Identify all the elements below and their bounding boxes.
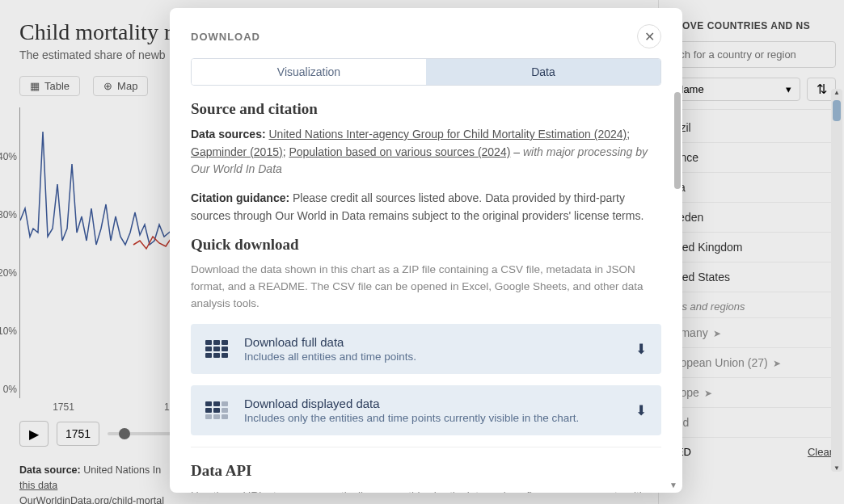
quick-download-desc: Download the data shown in this chart as…: [191, 262, 661, 313]
source-link[interactable]: Gapminder (2015): [191, 145, 283, 158]
close-icon: ✕: [644, 29, 655, 44]
data-api-heading: Data API: [191, 462, 661, 480]
download-icon: ⬇: [635, 341, 647, 358]
download-displayed-button[interactable]: Download displayed data Includes only th…: [191, 385, 661, 435]
modal-scrollbar[interactable]: [674, 86, 681, 493]
data-api-desc: Use these URLs to programmatically acces…: [191, 488, 661, 493]
citation-guidance: Citation guidance: Please credit all sou…: [191, 190, 661, 225]
close-button[interactable]: ✕: [637, 24, 661, 48]
download-modal: DOWNLOAD ✕ Visualization Data Source and…: [170, 8, 682, 493]
source-heading: Source and citation: [191, 100, 661, 118]
data-sources: Data sources: United Nations Inter-agenc…: [191, 126, 661, 178]
scroll-down-icon: ▼: [669, 481, 677, 489]
source-link[interactable]: Population based on various sources (202…: [289, 145, 510, 158]
grid-icon: [205, 340, 231, 358]
download-full-button[interactable]: Download full data Includes all entities…: [191, 324, 661, 374]
source-link[interactable]: United Nations Inter-agency Group for Ch…: [268, 128, 627, 141]
quick-download-heading: Quick download: [191, 236, 661, 254]
modal-title: DOWNLOAD: [191, 31, 260, 43]
tab-visualization[interactable]: Visualization: [192, 59, 426, 85]
grid-partial-icon: [205, 401, 231, 419]
tab-data[interactable]: Data: [426, 59, 660, 85]
download-icon: ⬇: [635, 402, 647, 419]
